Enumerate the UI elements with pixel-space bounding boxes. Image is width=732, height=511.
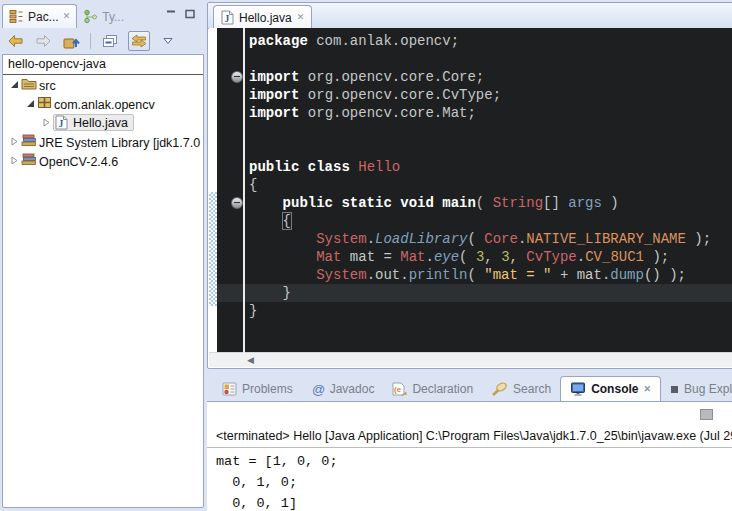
forward-button[interactable] — [33, 32, 53, 50]
code-line — [245, 140, 732, 158]
annotation-ruler[interactable] — [209, 28, 217, 353]
code-line: import org.opencv.core.CvType; — [245, 86, 732, 104]
scroll-left-icon[interactable]: ◀ — [247, 355, 254, 365]
svg-text:@: @ — [312, 382, 325, 396]
editor-tab-hello-java[interactable]: J Hello.java ✕ — [213, 5, 312, 29]
view-tab-label: Ty... — [102, 10, 124, 24]
package-explorer-icon — [9, 9, 24, 24]
view-tab-bug-explorer[interactable]: Bug Explorer — [661, 377, 732, 401]
tree-item-opencv-2-4-6[interactable]: OpenCV-2.4.6 — [3, 151, 203, 170]
view-menu-button[interactable] — [158, 32, 178, 50]
tree-item-label: OpenCV-2.4.6 — [37, 155, 120, 169]
tree-item-label: Hello.java — [71, 116, 130, 130]
close-icon[interactable]: ✕ — [63, 12, 71, 21]
range-indicator — [209, 192, 217, 306]
view-tab-label: Console — [591, 382, 638, 396]
source-folder-icon — [21, 76, 37, 90]
view-window-buttons — [166, 5, 204, 28]
console-output-line: 0, 0, 1] — [216, 493, 732, 511]
type-hierarchy-icon — [83, 9, 98, 24]
view-tab-search[interactable]: Search — [482, 377, 560, 401]
selected-item-highlight: JHello.java — [53, 114, 134, 131]
editor-area: J Hello.java ✕ package com.anlak.opencv;… — [207, 2, 732, 369]
code-line: import org.opencv.core.Mat; — [245, 104, 732, 122]
fold-collapse-icon[interactable] — [231, 71, 243, 83]
code-line: System.LoadLibrary( Core.NATIVE_LIBRARY_… — [245, 230, 732, 248]
view-tab-label: Search — [513, 382, 551, 396]
console-icon — [570, 382, 586, 396]
console-status-line: <terminated> Hello [Java Application] C:… — [207, 429, 732, 448]
go-up-button[interactable] — [61, 32, 81, 50]
tree-item-jre-system-library-jdk1-7-0[interactable]: JRE System Library [jdk1.7.0 — [3, 132, 203, 151]
view-tab-label: Pac... — [28, 10, 59, 24]
code-text[interactable]: package com.anlak.opencv;import org.open… — [245, 32, 732, 320]
view-tab-ty[interactable]: Ty... — [77, 5, 130, 28]
code-line: } — [245, 284, 732, 302]
link-with-editor-icon — [131, 34, 147, 48]
code-line: { — [245, 176, 732, 194]
console-output[interactable]: mat = [1, 0, 0; 0, 1, 0; 0, 0, 1] — [207, 448, 732, 511]
editor-tab-label: Hello.java — [239, 11, 292, 25]
editor-tabbar: J Hello.java ✕ — [208, 3, 732, 29]
view-menu-icon — [163, 37, 173, 45]
chevron-expanded-icon[interactable] — [9, 80, 19, 89]
project-root-label[interactable]: hello-opencv-java — [3, 55, 203, 75]
java-file-icon: J — [221, 10, 234, 25]
library-icon — [21, 152, 37, 166]
minimize-button[interactable] — [166, 5, 177, 23]
package-explorer-tree[interactable]: hello-opencv-java srccom.anlak.opencvJHe… — [2, 54, 204, 508]
svg-text:J: J — [225, 14, 230, 24]
chevron-expanded-icon[interactable] — [25, 99, 35, 108]
code-line: public static void main( String[] args ) — [245, 194, 732, 212]
bottom-view-tabbar: Problems@Javadoc(eDeclarationSearchConso… — [207, 374, 732, 401]
collapse-all-icon — [102, 34, 118, 48]
console-output-line: mat = [1, 0, 0; — [216, 451, 732, 472]
tree-item-label: com.anlak.opencv — [52, 98, 157, 112]
tree-item-src[interactable]: src — [3, 75, 203, 94]
console-toolbar-fragment[interactable] — [700, 409, 713, 420]
svg-text:J: J — [59, 119, 64, 129]
close-icon[interactable]: ✕ — [643, 385, 651, 394]
back-icon — [7, 34, 24, 48]
collapse-all-button[interactable] — [100, 32, 120, 50]
code-line — [245, 50, 732, 68]
link-with-editor-button[interactable] — [128, 31, 150, 51]
tree-item-com-anlak-opencv[interactable]: com.anlak.opencv — [3, 94, 203, 113]
svg-text:(e: (e — [394, 385, 402, 394]
code-line: package com.anlak.opencv; — [245, 32, 732, 50]
bug-square-icon — [670, 385, 679, 394]
view-tab-label: Bug Explorer — [684, 382, 732, 396]
package-icon — [37, 96, 52, 109]
view-tab-pac[interactable]: Pac...✕ — [2, 4, 77, 28]
view-tab-label: Problems — [242, 382, 293, 396]
chevron-collapsed-icon[interactable] — [9, 156, 19, 165]
maximize-button[interactable] — [185, 5, 196, 23]
view-tab-javadoc[interactable]: @Javadoc — [302, 377, 384, 401]
go-up-icon — [63, 34, 80, 49]
fold-collapse-icon[interactable] — [231, 197, 243, 209]
code-line: } — [245, 302, 732, 320]
tree-item-hello-java[interactable]: JHello.java — [3, 113, 203, 132]
minimize-icon — [166, 9, 177, 19]
left-view-tabbar: Pac...✕Ty... — [2, 2, 204, 28]
code-line: Mat mat = Mat.eye( 3, 3, CvType.CV_8UC1 … — [245, 248, 732, 266]
code-line: public class Hello — [245, 158, 732, 176]
view-tab-problems[interactable]: Problems — [213, 377, 302, 401]
view-tab-console[interactable]: Console✕ — [560, 376, 661, 401]
javadoc-icon: @ — [311, 382, 325, 396]
view-tab-label: Declaration — [412, 382, 473, 396]
chevron-collapsed-icon[interactable] — [9, 137, 19, 146]
view-tab-label: Javadoc — [330, 382, 375, 396]
console-output-line: 0, 1, 0; — [216, 472, 732, 493]
back-button[interactable] — [5, 32, 25, 50]
editor-horizontal-scrollbar[interactable]: ◀ — [209, 352, 732, 367]
code-line: import org.opencv.core.Core; — [245, 68, 732, 86]
forward-icon — [35, 34, 52, 48]
declaration-icon: (e — [392, 382, 407, 396]
chevron-collapsed-icon[interactable] — [41, 118, 51, 127]
view-tab-declaration[interactable]: (eDeclaration — [383, 377, 482, 401]
code-editor[interactable]: package com.anlak.opencv;import org.open… — [209, 28, 732, 353]
package-explorer-toolbar — [2, 28, 204, 54]
gutter-separator — [243, 28, 245, 353]
close-icon[interactable]: ✕ — [297, 13, 305, 22]
